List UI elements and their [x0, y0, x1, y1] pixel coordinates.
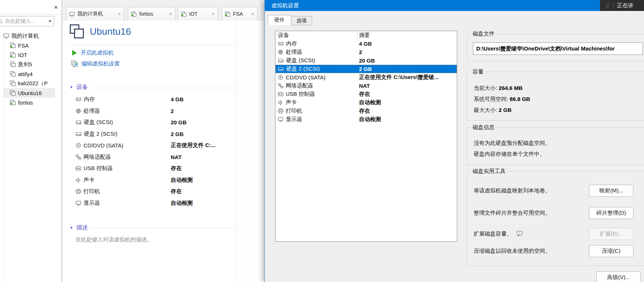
- table-row-disk2-selected[interactable]: 硬盘 2 (SCSI) 2 GB: [275, 65, 457, 73]
- power-on-link[interactable]: 开启此虚拟机: [72, 49, 114, 56]
- tab-label: FSA: [233, 11, 243, 17]
- device-label: USB 控制器: [286, 91, 315, 98]
- tree-item-fsa[interactable]: FSA: [3, 41, 55, 50]
- device-label: 内存: [84, 96, 95, 103]
- close-icon[interactable]: ×: [212, 11, 215, 17]
- device-row-printer[interactable]: 打印机 存在: [63, 186, 232, 198]
- device-value: 4 GB: [359, 41, 372, 47]
- table-row-cddvd[interactable]: CD/DVD (SATA) 正在使用文件 C:\Users\蟹爱绫...: [275, 73, 457, 82]
- map-button[interactable]: 映射(M)...: [589, 185, 633, 197]
- section-rule: [91, 228, 235, 229]
- tree-item-kali2022[interactable]: kali2022（P: [3, 79, 55, 88]
- current-size-label: 当前大小:: [474, 85, 497, 91]
- vm-icon: [10, 80, 16, 86]
- vm-settings-icon: [71, 60, 78, 67]
- device-row-processors[interactable]: 处理器 2: [63, 105, 232, 117]
- close-icon[interactable]: ×: [251, 11, 254, 17]
- power-on-label: 开启此虚拟机: [81, 49, 114, 56]
- edit-settings-link[interactable]: 编辑虚拟机设置: [71, 60, 120, 67]
- device-row-network[interactable]: 网络适配器 NAT: [63, 151, 232, 163]
- compact-button[interactable]: 压缩(C): [589, 245, 633, 257]
- close-icon[interactable]: ×: [118, 11, 121, 17]
- vm-library-tree: 我的计算机 FSA IOT 悬剑5: [3, 31, 55, 107]
- devices-section-header[interactable]: ▼ 设备: [70, 83, 235, 91]
- device-label: 声卡: [286, 99, 297, 106]
- tree-item-label: attify4: [18, 71, 33, 77]
- tree-item-label: 我的计算机: [11, 33, 39, 40]
- cd-icon: [75, 143, 81, 148]
- tab-iot[interactable]: IOT ×: [178, 7, 218, 20]
- description-placeholder[interactable]: 在此处键入对该虚拟机的描述。: [75, 236, 152, 243]
- table-row-memory[interactable]: 内存 4 GB: [275, 40, 457, 48]
- table-row-disk1[interactable]: 硬盘 (SCSI) 20 GB: [275, 56, 457, 65]
- disk-info-line1: 没有为此硬盘预分配磁盘空间。: [474, 140, 551, 147]
- monitor-icon: [3, 33, 9, 39]
- device-value: 存在: [359, 108, 370, 114]
- tree-item-label: Ubuntu16: [18, 90, 42, 96]
- device-row-cddvd[interactable]: CD/DVD (SATA) 正在使用文件 C:...: [63, 140, 232, 151]
- tab-hardware[interactable]: 硬件: [268, 15, 291, 25]
- display-icon: [278, 117, 284, 122]
- tab-fortios[interactable]: fortios ×: [128, 7, 175, 20]
- usb-icon: [278, 91, 284, 97]
- hard-disk-icon: [278, 58, 284, 63]
- device-row-display[interactable]: 显示器 自动检测: [63, 198, 232, 209]
- device-row-disk1[interactable]: 硬盘 (SCSI) 20 GB: [63, 117, 232, 128]
- meeting-speaking-indicator[interactable]: 正在讲: [600, 0, 644, 11]
- vm-icon: [10, 61, 16, 67]
- close-icon[interactable]: ×: [54, 3, 58, 12]
- dialog-title-bar[interactable]: 虚拟机设置: [265, 0, 644, 11]
- section-rule: [91, 88, 235, 88]
- table-row-sound[interactable]: 声卡 自动检测: [275, 98, 457, 107]
- monitor-icon: [69, 11, 75, 17]
- device-row-sound[interactable]: 声卡 自动检测: [63, 174, 232, 186]
- tree-item-iot[interactable]: IOT: [3, 50, 55, 60]
- device-summary-list: 内存 4 GB 处理器 2 硬盘 (SCSI) 20 GB 硬盘 2 (SCSI…: [63, 94, 232, 209]
- device-row-disk2[interactable]: 硬盘 2 (SCSI) 2 GB: [63, 128, 232, 140]
- tree-item-xuanjian5[interactable]: 悬剑5: [3, 60, 55, 69]
- tree-item-label: IOT: [18, 52, 27, 58]
- table-row-network[interactable]: 网络适配器 NAT: [275, 82, 457, 90]
- disk-file-path: D:\Users\蟹爱绫华\OneDrive\文档\Virtual Machin…: [476, 45, 615, 52]
- device-label: USB 控制器: [84, 165, 113, 172]
- dropdown-arrow-icon[interactable]: ▼: [48, 19, 52, 23]
- device-value: 正在使用文件 C:\Users\蟹爱绫...: [359, 74, 439, 81]
- vm-running-icon: [225, 11, 230, 17]
- tree-item-my-computer[interactable]: 我的计算机: [3, 31, 55, 41]
- processor-icon: [75, 108, 81, 114]
- tree-item-attify4[interactable]: attify4: [3, 69, 55, 79]
- defragment-button[interactable]: 碎片整理(D): [589, 207, 633, 219]
- table-row-processors[interactable]: 处理器 2: [275, 48, 457, 56]
- device-value: 自动检测: [359, 116, 381, 123]
- tab-options[interactable]: 选项: [291, 16, 312, 25]
- device-row-memory[interactable]: 内存 4 GB: [63, 94, 232, 105]
- advanced-button[interactable]: 高级(V)...: [596, 271, 641, 282]
- table-row-usb[interactable]: USB 控制器 存在: [275, 90, 457, 98]
- expand-button[interactable]: 扩展(E)...: [589, 228, 633, 240]
- expand-description: 扩展磁盘容量。: [474, 230, 523, 237]
- device-row-usb[interactable]: USB 控制器 存在: [63, 163, 232, 174]
- device-label: CD/DVD (SATA): [84, 142, 123, 148]
- close-icon[interactable]: ×: [169, 11, 172, 17]
- tab-label: 我的计算机: [77, 11, 103, 17]
- device-label: 显示器: [286, 116, 302, 123]
- disk-file-path-input[interactable]: D:\Users\蟹爱绫华\OneDrive\文档\Virtual Machin…: [473, 42, 643, 55]
- current-size-row: 当前大小: 264.6 MB: [474, 85, 522, 92]
- device-label: 网络适配器: [84, 154, 111, 161]
- tree-item-fortios[interactable]: fortios: [3, 98, 55, 107]
- table-row-printer[interactable]: 打印机 存在: [275, 107, 457, 115]
- device-value: 2: [359, 49, 362, 55]
- tab-my-computer[interactable]: 我的计算机 ×: [66, 7, 124, 20]
- tree-item-label: FSA: [18, 42, 29, 49]
- display-icon: [75, 200, 81, 206]
- description-section-header[interactable]: ▼ 描述: [70, 224, 235, 232]
- search-input[interactable]: 在此处键入... ▼: [0, 16, 54, 26]
- table-row-display[interactable]: 显示器 自动检测: [275, 115, 457, 124]
- vm-summary-page: Ubuntu16 开启此虚拟机 编辑虚拟机设置 ▼ 设备 内存 4 GB: [63, 20, 236, 282]
- search-icon: [0, 19, 3, 24]
- section-title: 描述: [76, 224, 88, 232]
- tree-item-ubuntu16[interactable]: Ubuntu16: [3, 88, 55, 98]
- tab-fsa[interactable]: FSA ×: [222, 7, 258, 20]
- device-label: CD/DVD (SATA): [286, 74, 326, 80]
- edit-settings-label: 编辑虚拟机设置: [81, 60, 120, 67]
